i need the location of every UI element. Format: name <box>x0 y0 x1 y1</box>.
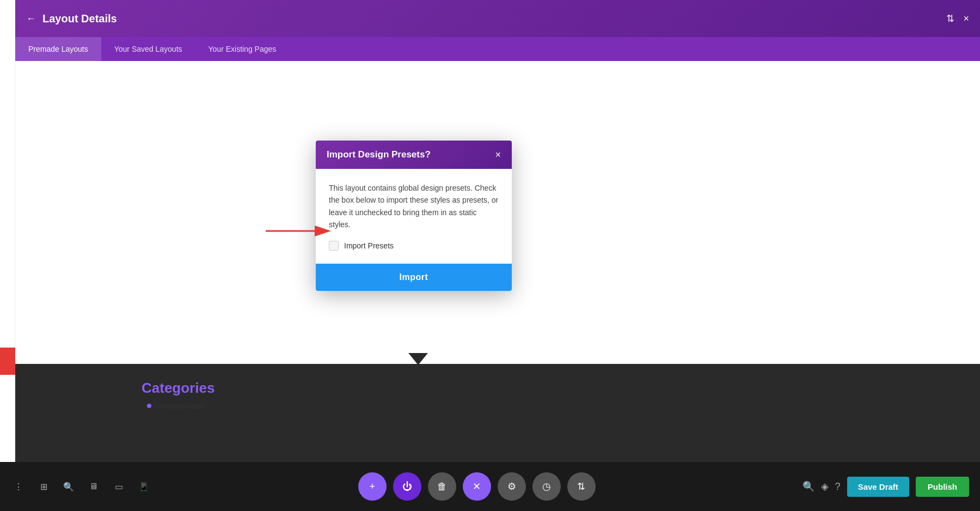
close-icon[interactable]: × <box>963 13 969 25</box>
toolbar-center: + ⏻ 🗑 ✕ ⚙ ◷ ⇅ <box>162 472 792 501</box>
red-arrow-annotation <box>266 220 331 244</box>
publish-button[interactable]: Publish <box>916 477 969 497</box>
import-presets-label: Import Presets <box>344 241 394 250</box>
import-presets-modal: Import Design Presets? × This layout con… <box>316 141 512 291</box>
back-button[interactable]: ← <box>26 13 36 25</box>
layout-header: ← Layout Details ⇅ × <box>15 0 980 37</box>
settings-icon[interactable]: ⇅ <box>946 13 954 25</box>
help-icon[interactable]: ? <box>835 481 841 492</box>
close-button[interactable]: ✕ <box>463 472 491 501</box>
triangle-pointer <box>408 353 428 365</box>
toolbar-desktop-btn[interactable]: 🖥 <box>84 477 103 496</box>
layout-header-title: Layout Details <box>42 13 946 25</box>
search-right-icon[interactable]: 🔍 <box>803 480 814 492</box>
modal-footer: Import <box>316 264 512 291</box>
toolbar-left: ⋮ ⊞ 🔍 🖥 ▭ 📱 <box>0 477 162 496</box>
dark-section <box>15 364 980 462</box>
modal-header: Import Design Presets? × <box>316 141 512 169</box>
modal-description: This layout contains global design prese… <box>329 182 499 231</box>
tab-existing-pages[interactable]: Your Existing Pages <box>195 37 290 61</box>
uncategorized-item: Uncategorized <box>147 402 204 410</box>
modal-close-button[interactable]: × <box>495 150 501 160</box>
toolbar-search-btn[interactable]: 🔍 <box>59 477 78 496</box>
left-sidebar <box>0 0 15 511</box>
layout-header-actions: ⇅ × <box>946 13 969 25</box>
toolbar-menu-btn[interactable]: ⋮ <box>9 477 28 496</box>
gear-button[interactable]: ⚙ <box>498 472 526 501</box>
history-button[interactable]: ◷ <box>532 472 561 501</box>
svg-marker-1 <box>315 226 331 236</box>
layers-button[interactable]: ⇅ <box>567 472 596 501</box>
toolbar-grid-btn[interactable]: ⊞ <box>34 477 53 496</box>
uncategorized-label: Uncategorized <box>155 402 204 410</box>
sidebar-red-block <box>0 348 15 375</box>
import-presets-row: Import Presets <box>329 241 499 251</box>
categories-title: Categories <box>142 380 215 397</box>
save-draft-button[interactable]: Save Draft <box>847 477 909 497</box>
toolbar-right: 🔍 ◈ ? Save Draft Publish <box>792 477 980 497</box>
power-button[interactable]: ⏻ <box>393 472 421 501</box>
add-button[interactable]: + <box>358 472 387 501</box>
toolbar-mobile-btn[interactable]: 📱 <box>134 477 154 496</box>
toolbar-tablet-btn[interactable]: ▭ <box>109 477 128 496</box>
modal-body: This layout contains global design prese… <box>316 169 512 264</box>
bottom-toolbar: ⋮ ⊞ 🔍 🖥 ▭ 📱 + ⏻ 🗑 ✕ ⚙ ◷ ⇅ 🔍 ◈ ? Save Dra… <box>0 462 980 511</box>
uncategorized-dot <box>147 404 151 408</box>
modal-title: Import Design Presets? <box>327 149 431 160</box>
tab-saved-layouts[interactable]: Your Saved Layouts <box>101 37 195 61</box>
tab-premade-layouts[interactable]: Premade Layouts <box>15 37 101 61</box>
trash-button[interactable]: 🗑 <box>428 472 456 501</box>
tab-bar: Premade Layouts Your Saved Layouts Your … <box>15 37 980 61</box>
portability-icon[interactable]: ◈ <box>821 480 829 492</box>
import-button[interactable]: Import <box>316 264 512 291</box>
